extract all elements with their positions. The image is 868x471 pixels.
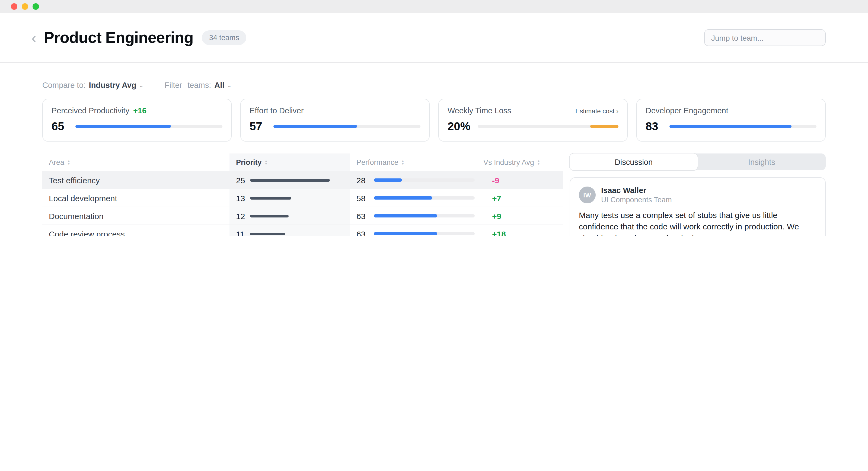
comment-list: IW Isaac Waller UI Components Team Many … xyxy=(569,177,826,236)
maximize-window-icon[interactable] xyxy=(33,3,39,10)
area-cell: Documentation xyxy=(42,211,229,220)
table-row[interactable]: Test efficiency 25 28 -9 xyxy=(42,171,563,189)
performance-bar xyxy=(374,214,475,217)
sort-icon: ▲▼ xyxy=(401,160,405,165)
priority-value: 11 xyxy=(236,229,250,236)
jump-to-team-input[interactable] xyxy=(704,29,826,46)
comment-author: Isaac Waller xyxy=(601,186,672,195)
vs-industry-cell: -9 xyxy=(477,176,563,185)
vs-industry-cell: +7 xyxy=(477,193,563,202)
metric-card: Developer Engagement 83 xyxy=(637,99,826,142)
teams-label: teams: xyxy=(187,81,211,90)
metric-label: Perceived Productivity xyxy=(52,106,129,115)
priority-bar xyxy=(250,197,291,199)
area-cell: Test efficiency xyxy=(42,176,229,185)
back-button[interactable]: ‹ xyxy=(28,31,39,45)
sort-icon: ▲▼ xyxy=(67,160,70,165)
column-header-vs-industry[interactable]: Vs Industry Avg ▲▼ xyxy=(477,154,563,171)
metric-cards: Perceived Productivity +16 65 Effort to … xyxy=(42,99,826,142)
sort-icon: ▲▼ xyxy=(537,160,540,165)
performance-cell: 28 xyxy=(350,176,477,185)
performance-value: 63 xyxy=(356,229,374,236)
page-header: ‹ Product Engineering 34 teams xyxy=(0,13,868,63)
priority-value: 25 xyxy=(236,176,250,185)
sort-icon: ▲▼ xyxy=(265,160,268,165)
chevron-down-icon: ⌄ xyxy=(226,81,232,89)
discussion-panel: Discussion Insights IW Isaac Waller UI C… xyxy=(569,154,826,236)
filter-label: Filter xyxy=(165,81,182,90)
compare-to-dropdown[interactable]: Industry Avg⌄ xyxy=(89,81,144,90)
metric-card: Effort to Deliver 57 xyxy=(240,99,430,142)
comment-team: UI Components Team xyxy=(601,196,672,204)
metric-progress-bar xyxy=(670,125,816,128)
priority-cell: 11 xyxy=(229,225,350,236)
metric-progress-bar xyxy=(75,125,222,128)
chevron-down-icon: ⌄ xyxy=(138,81,144,89)
metric-label: Effort to Deliver xyxy=(250,106,304,115)
close-window-icon[interactable] xyxy=(11,3,18,10)
table-body: Test efficiency 25 28 -9 Local developme… xyxy=(42,171,563,236)
column-header-area[interactable]: Area ▲▼ xyxy=(42,154,229,171)
performance-value: 58 xyxy=(356,193,374,202)
column-header-priority[interactable]: Priority ▲▼ xyxy=(229,154,350,171)
priority-bar xyxy=(250,179,330,181)
metric-value: 65 xyxy=(52,120,68,133)
metric-progress-bar xyxy=(478,125,618,128)
table-row[interactable]: Documentation 12 63 +9 xyxy=(42,207,563,225)
metric-value: 20% xyxy=(447,120,470,133)
metric-card: Perceived Productivity +16 65 xyxy=(42,99,231,142)
page-title: Product Engineering xyxy=(44,29,193,46)
tab-discussion[interactable]: Discussion xyxy=(569,154,698,170)
metric-value: 83 xyxy=(646,120,662,133)
performance-value: 28 xyxy=(356,176,374,185)
priority-value: 12 xyxy=(236,211,250,220)
table-header: Area ▲▼ Priority ▲▼ Performance ▲▼ Vs In… xyxy=(42,154,563,171)
filter-bar: Compare to: Industry Avg⌄ Filter teams: … xyxy=(42,79,826,91)
window-titlebar xyxy=(0,0,868,13)
priority-bar xyxy=(250,232,285,235)
areas-table: Area ▲▼ Priority ▲▼ Performance ▲▼ Vs In… xyxy=(42,154,563,236)
avatar: IW xyxy=(579,187,596,203)
table-row[interactable]: Local development 13 58 +7 xyxy=(42,189,563,207)
priority-cell: 13 xyxy=(229,189,350,207)
vs-industry-cell: +9 xyxy=(477,211,563,220)
metric-delta: +16 xyxy=(133,106,147,115)
priority-value: 13 xyxy=(236,193,250,202)
metric-label: Weekly Time Loss xyxy=(447,106,511,115)
performance-bar xyxy=(374,179,475,182)
team-count-badge: 34 teams xyxy=(202,30,246,45)
estimate-cost-link[interactable]: Estimate cost › xyxy=(575,107,618,115)
panel-tabs: Discussion Insights xyxy=(569,154,826,170)
compare-to-label: Compare to: xyxy=(42,81,86,90)
metric-progress-bar xyxy=(273,125,421,128)
priority-cell: 12 xyxy=(229,207,350,224)
performance-bar xyxy=(374,232,475,236)
metric-label: Developer Engagement xyxy=(646,106,728,115)
performance-cell: 58 xyxy=(350,193,477,202)
metric-card: Weekly Time Loss Estimate cost › 20% xyxy=(438,99,628,142)
priority-cell: 25 xyxy=(229,171,350,189)
performance-bar xyxy=(374,196,475,199)
area-cell: Code review process xyxy=(42,229,229,236)
table-row[interactable]: Code review process 11 63 +18 xyxy=(42,225,563,236)
column-header-performance[interactable]: Performance ▲▼ xyxy=(350,154,477,171)
performance-cell: 63 xyxy=(350,211,477,220)
tab-insights[interactable]: Insights xyxy=(698,154,826,170)
comment-body: Many tests use a complex set of stubs th… xyxy=(579,209,816,236)
filter-teams-dropdown[interactable]: All⌄ xyxy=(214,81,232,90)
vs-industry-cell: +18 xyxy=(477,229,563,236)
performance-value: 63 xyxy=(356,211,374,220)
minimize-window-icon[interactable] xyxy=(22,3,28,10)
performance-cell: 63 xyxy=(350,229,477,236)
priority-bar xyxy=(250,215,288,217)
metric-value: 57 xyxy=(250,120,266,133)
comment-card: IW Isaac Waller UI Components Team Many … xyxy=(569,177,826,236)
area-cell: Local development xyxy=(42,193,229,202)
app-window: ‹ Product Engineering 34 teams Compare t… xyxy=(0,0,868,236)
